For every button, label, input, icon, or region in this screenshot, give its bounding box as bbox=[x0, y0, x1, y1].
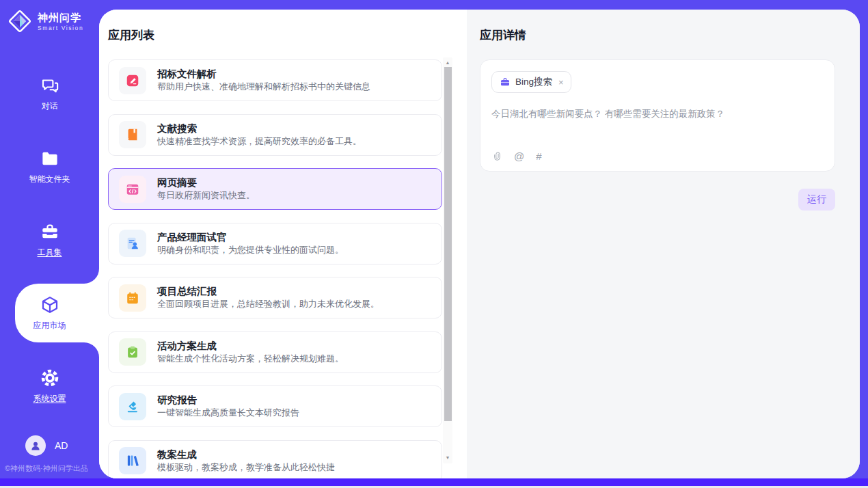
brand-logo-icon bbox=[6, 8, 33, 35]
app-card-description: 快速精准查找学术资源，提高研究效率的必备工具。 bbox=[157, 137, 362, 146]
chat-icon bbox=[40, 75, 60, 96]
clipboard-icon bbox=[119, 338, 146, 366]
hash-icon[interactable]: # bbox=[536, 150, 541, 162]
sidebar-item-label: 对话 bbox=[42, 100, 58, 112]
sidebar-item-toolset[interactable]: 工具集 bbox=[0, 211, 99, 269]
app-card-description: 一键智能生成高质量长文本研究报告 bbox=[157, 408, 299, 418]
app-card[interactable]: 研究报告 一键智能生成高质量长文本研究报告 bbox=[108, 385, 442, 427]
prompt-card: Bing搜索 × 今日湖北有哪些新闻要点？ 有哪些需要关注的最新政策？ @ # bbox=[480, 59, 835, 172]
briefcase-icon bbox=[500, 77, 511, 87]
active-bubble-notch-bottom bbox=[84, 342, 99, 357]
at-icon[interactable]: @ bbox=[514, 150, 524, 162]
app-detail-title: 应用详情 bbox=[480, 27, 835, 43]
app-card-title: 产品经理面试官 bbox=[157, 232, 344, 243]
app-card[interactable]: 项目总结汇报 全面回顾项目进展，总结经验教训，助力未来优化发展。 bbox=[108, 277, 442, 318]
app-card[interactable]: 网页摘要 每日政府新闻资讯快查。 bbox=[108, 168, 442, 210]
user-name: AD bbox=[55, 440, 68, 451]
active-bubble-notch-top bbox=[84, 269, 99, 284]
sidebar: 神州问学 Smart Vision 对话 智能文件夹 工具集 应用市场 系统设置 bbox=[0, 0, 99, 478]
app-list-title: 应用列表 bbox=[108, 27, 467, 43]
app-card[interactable]: 文献搜索 快速精准查找学术资源，提高研究效率的必备工具。 bbox=[108, 114, 442, 156]
app-card-description: 模板驱动，教案秒成，教学准备从此轻松快捷 bbox=[157, 463, 335, 472]
main-content: 应用列表 招标文件解析 帮助用户快速、准确地理解和解析招标书中的关键信息 文献搜… bbox=[99, 10, 860, 478]
scrollbar-thumb[interactable] bbox=[444, 67, 452, 421]
sidebar-item-smart-folder[interactable]: 智能文件夹 bbox=[0, 137, 99, 196]
app-card[interactable]: 活动方案生成 智能生成个性化活动方案，轻松解决规划难题。 bbox=[108, 331, 442, 373]
app-card-description: 每日政府新闻资讯快查。 bbox=[157, 191, 255, 200]
toolbox-icon bbox=[40, 221, 60, 242]
sidebar-item-chat[interactable]: 对话 bbox=[0, 64, 99, 123]
prompt-text[interactable]: 今日湖北有哪些新闻要点？ 有哪些需要关注的最新政策？ bbox=[491, 108, 824, 120]
app-card-text: 招标文件解析 帮助用户快速、准确地理解和解析招标书中的关键信息 bbox=[157, 69, 370, 92]
app-card-title: 教案生成 bbox=[157, 450, 335, 460]
user-account[interactable]: AD bbox=[25, 435, 68, 456]
app-card[interactable]: 教案生成 模板驱动，教案秒成，教学准备从此轻松快捷 bbox=[108, 440, 442, 479]
app-card-title: 活动方案生成 bbox=[157, 341, 344, 351]
app-card-text: 产品经理面试官 明确身份和职责，为您提供专业性的面试问题。 bbox=[157, 232, 344, 255]
app-card-title: 招标文件解析 bbox=[157, 69, 370, 79]
sidebar-item-label: 系统设置 bbox=[33, 393, 66, 405]
app-card-title: 文献搜索 bbox=[157, 124, 362, 134]
user-avatar-icon bbox=[25, 435, 46, 456]
paperclip-icon[interactable] bbox=[492, 151, 502, 161]
brand-subtitle: Smart Vision bbox=[38, 25, 83, 31]
scroll-down-arrow-icon[interactable]: ▼ bbox=[443, 454, 452, 462]
app-card-description: 帮助用户快速、准确地理解和解析招标书中的关键信息 bbox=[157, 82, 370, 92]
app-card-text: 研究报告 一键智能生成高质量长文本研究报告 bbox=[157, 395, 299, 418]
app-list-panel: 应用列表 招标文件解析 帮助用户快速、准确地理解和解析招标书中的关键信息 文献搜… bbox=[99, 10, 467, 478]
sidebar-item-settings[interactable]: 系统设置 bbox=[0, 357, 99, 416]
app-card[interactable]: 产品经理面试官 明确身份和职责，为您提供专业性的面试问题。 bbox=[108, 223, 442, 265]
interview-icon bbox=[119, 230, 146, 257]
copyright-text: ©神州数码·神州问学出品 bbox=[5, 463, 88, 474]
brand-logo: 神州问学 Smart Vision bbox=[6, 8, 83, 35]
app-window: 神州问学 Smart Vision 对话 智能文件夹 工具集 应用市场 系统设置 bbox=[0, 0, 868, 488]
gear-icon bbox=[40, 368, 60, 388]
folder-icon bbox=[40, 148, 60, 169]
brand-name: 神州问学 bbox=[38, 12, 83, 23]
books-icon bbox=[119, 447, 146, 474]
microscope-icon bbox=[119, 393, 146, 420]
app-card-description: 明确身份和职责，为您提供专业性的面试问题。 bbox=[157, 245, 344, 255]
app-card-list: 招标文件解析 帮助用户快速、准确地理解和解析招标书中的关键信息 文献搜索 快速精… bbox=[108, 59, 442, 478]
app-detail-panel: 应用详情 Bing搜索 × 今日湖北有哪些新闻要点？ 有哪些需要关注的最新政策？ bbox=[467, 10, 860, 478]
app-card-description: 智能生成个性化活动方案，轻松解决规划难题。 bbox=[157, 354, 344, 364]
app-card-title: 项目总结汇报 bbox=[157, 286, 379, 297]
app-card-text: 教案生成 模板驱动，教案秒成，教学准备从此轻松快捷 bbox=[157, 450, 335, 472]
tool-chip-label: Bing搜索 bbox=[515, 76, 552, 88]
chip-close-icon[interactable]: × bbox=[558, 77, 564, 87]
app-card-title: 研究报告 bbox=[157, 395, 299, 405]
scroll-up-arrow-icon[interactable]: ▲ bbox=[443, 59, 452, 67]
cube-icon bbox=[40, 295, 60, 315]
sidebar-nav: 对话 智能文件夹 工具集 应用市场 系统设置 bbox=[0, 64, 99, 416]
app-card-title: 网页摘要 bbox=[157, 178, 255, 188]
app-card-description: 全面回顾项目进展，总结经验教训，助力未来优化发展。 bbox=[157, 299, 379, 309]
app-card-text: 文献搜索 快速精准查找学术资源，提高研究效率的必备工具。 bbox=[157, 124, 362, 146]
app-card-text: 活动方案生成 智能生成个性化活动方案，轻松解决规划难题。 bbox=[157, 341, 344, 364]
brand-text: 神州问学 Smart Vision bbox=[38, 12, 83, 31]
sidebar-item-label: 工具集 bbox=[38, 247, 62, 258]
app-card-text: 项目总结汇报 全面回顾项目进展，总结经验教训，助力未来优化发展。 bbox=[157, 286, 379, 309]
tool-chip-bing-search[interactable]: Bing搜索 × bbox=[491, 71, 571, 93]
scrollbar[interactable]: ▲ ▼ bbox=[443, 57, 452, 463]
webpage-icon bbox=[119, 176, 146, 203]
app-card-text: 网页摘要 每日政府新闻资讯快查。 bbox=[157, 178, 255, 200]
edit-doc-icon bbox=[119, 67, 146, 94]
calendar-icon bbox=[119, 284, 146, 312]
run-button[interactable]: 运行 bbox=[798, 189, 835, 211]
sidebar-item-app-market[interactable]: 应用市场 bbox=[15, 284, 99, 342]
book-icon bbox=[119, 121, 146, 148]
prompt-toolbar: @ # bbox=[492, 150, 542, 162]
bottom-accent-bar bbox=[0, 478, 868, 486]
sidebar-item-label: 应用市场 bbox=[33, 320, 66, 331]
app-card[interactable]: 招标文件解析 帮助用户快速、准确地理解和解析招标书中的关键信息 bbox=[108, 59, 442, 101]
sidebar-item-label: 智能文件夹 bbox=[29, 174, 70, 185]
